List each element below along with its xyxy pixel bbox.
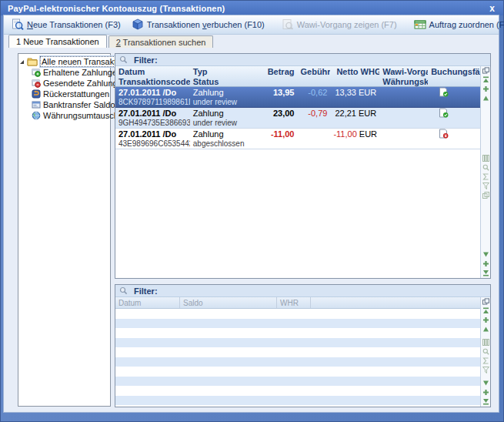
scroll-up-icon[interactable] — [482, 95, 489, 102]
scroll-last-icon[interactable] — [482, 270, 489, 276]
tree-item-label: Erhaltene Zahlungen — [43, 68, 122, 77]
tree-item-alle-neuen-transaktionen[interactable]: Alle neuen Transaktionen — [18, 56, 110, 67]
scroll-first-icon[interactable] — [482, 76, 489, 83]
scroll-up-page-icon[interactable] — [482, 85, 489, 92]
tab-strip: 1 Neue Transaktionen 2 Transaktionen suc… — [4, 35, 499, 48]
empty-saldo-row — [115, 328, 480, 338]
transaction-category-tree: Alle neuen Transaktionen Erhaltene Zahlu… — [18, 53, 111, 407]
tab-neue-transaktionen[interactable]: 1 Neue Transaktionen — [8, 35, 107, 48]
transaction-row[interactable]: 27.01.2011 /Do Zahlung -11,00 -11,00 EUR — [115, 129, 480, 149]
title-bar: PayPal-elektronischer Kontoauszug (Trans… — [1, 1, 503, 15]
sent-payments-icon — [32, 79, 41, 88]
sum-tool-icon[interactable] — [482, 173, 489, 180]
search-tool-icon[interactable] — [482, 348, 489, 355]
empty-saldo-row — [115, 357, 480, 367]
column-header-wawi-vorgang[interactable]: Wawi-Vorgang — [379, 67, 428, 76]
scroll-first-icon[interactable] — [482, 307, 489, 314]
toolbar-button-label: Wawi-Vorgang zeigen (F7) — [297, 20, 397, 29]
refunds-icon — [32, 89, 41, 99]
transaction-row[interactable]: 27.01.2011 /Do Zahlung 23,00 -0,79 22,21… — [115, 108, 480, 129]
search-document-icon — [12, 18, 24, 31]
grid-empty-area — [115, 149, 480, 278]
tree-item-gesendete-zahlungen[interactable]: Gesendete Zahlungen — [18, 78, 110, 89]
column-header-typ[interactable]: Typ — [190, 67, 263, 76]
column-chooser-icon[interactable] — [482, 298, 489, 305]
app-window: PayPal-elektronischer Kontoauszug (Trans… — [0, 0, 504, 422]
filter-tool-icon[interactable] — [482, 183, 489, 189]
toolbar-button-label: Neue Transaktionen (F3) — [27, 20, 121, 29]
tab-page-content: Alle neuen Transaktionen Erhaltene Zahlu… — [4, 48, 499, 412]
show-process-icon — [282, 18, 294, 31]
column-header-transaktionscode[interactable]: Transaktionscode — [115, 77, 190, 86]
scroll-down-page-icon[interactable] — [482, 389, 489, 396]
empty-saldo-row — [115, 367, 480, 377]
tree-item-banktransfer-saldo[interactable]: Banktransfer Saldo — [18, 99, 110, 110]
tree-item-label: Währungsumtausch — [43, 111, 118, 120]
transaction-row[interactable]: 27.01.2011 /Do Zahlung 13,95 -0,62 13,33… — [115, 87, 480, 108]
column-header-gebuehr[interactable]: Gebühr — [297, 67, 330, 76]
post-transactions-button[interactable]: Transaktionen verbuchen (F10) — [127, 16, 269, 33]
transactions-filter-bar[interactable]: Filter: — [115, 54, 490, 66]
currency-exchange-icon — [32, 111, 41, 120]
saldo-filter-bar[interactable]: Filter: — [115, 285, 490, 297]
filter-tool-icon[interactable] — [482, 367, 489, 373]
scroll-down-icon[interactable] — [482, 380, 489, 387]
scroll-up-page-icon[interactable] — [482, 316, 489, 323]
assign-order-button[interactable]: Auftrag zuordnen (F9) — [409, 16, 504, 33]
grid-navigator-strip — [480, 297, 490, 407]
empty-saldo-row — [115, 396, 480, 406]
empty-saldo-row — [115, 347, 480, 357]
empty-saldo-row — [115, 309, 480, 319]
column-header-whr[interactable]: WHR — [277, 297, 311, 308]
window-title: PayPal-elektronischer Kontoauszug (Trans… — [8, 4, 225, 13]
column-chooser-icon[interactable] — [482, 67, 489, 74]
bookable-status-icon — [428, 87, 480, 97]
saldo-grid-header[interactable]: Datum Saldo WHR — [115, 297, 480, 309]
empty-saldo-row — [115, 319, 480, 329]
tree-item-label: Banktransfer Saldo — [43, 100, 115, 109]
grid-navigator-strip — [480, 66, 490, 278]
folder-icon — [27, 57, 38, 66]
transactions-grid-header[interactable]: Datum Typ Betrag Gebühr Netto WHG Wawi-V… — [115, 66, 480, 87]
toolbar-button-label: Auftrag zuordnen (F9) — [429, 20, 504, 29]
post-transactions-icon — [132, 18, 144, 31]
scroll-down-page-icon[interactable] — [482, 260, 489, 267]
search-tool-icon[interactable] — [482, 164, 489, 171]
columns-tool-icon[interactable] — [482, 155, 489, 162]
tree-item-erhaltene-zahlungen[interactable]: Erhaltene Zahlungen — [18, 67, 110, 78]
bank-transfer-icon — [32, 100, 41, 109]
bookable-status-icon — [428, 129, 480, 139]
scroll-down-icon[interactable] — [482, 251, 489, 258]
transactions-grid: Filter: Datum Typ Betrag Gebühr Netto WH… — [115, 53, 491, 279]
scroll-up-icon[interactable] — [482, 326, 489, 333]
column-header-netto-whg[interactable]: Netto WHG — [330, 67, 379, 76]
assign-order-icon — [414, 18, 426, 31]
sum-tool-icon[interactable] — [482, 357, 489, 364]
filter-label: Filter: — [134, 286, 158, 296]
empty-saldo-row — [115, 377, 480, 387]
toolbar-button-label: Transaktionen verbuchen (F10) — [147, 20, 265, 29]
column-header-saldo[interactable]: Saldo — [180, 297, 277, 308]
columns-tool-icon[interactable] — [482, 339, 489, 346]
new-transactions-button[interactable]: Neue Transaktionen (F3) — [7, 16, 125, 33]
show-wawi-process-button[interactable]: Wawi-Vorgang zeigen (F7) — [277, 16, 402, 33]
tree-expander-icon[interactable] — [20, 60, 24, 64]
filter-label: Filter: — [134, 55, 158, 65]
column-header-datum[interactable]: Datum — [115, 67, 190, 76]
copy-tool-icon[interactable] — [482, 192, 489, 199]
tree-item-label: Rückerstattungen — [43, 89, 109, 99]
tab-transaktionen-suchen[interactable]: 2 Transaktionen suchen — [108, 35, 214, 48]
column-header-status[interactable]: Status — [190, 77, 263, 86]
column-header-betrag[interactable]: Betrag — [263, 67, 298, 76]
filter-magnifier-icon — [119, 286, 128, 295]
tree-item-rueckerstattungen[interactable]: Rückerstattungen — [18, 89, 110, 99]
empty-saldo-row — [115, 386, 480, 396]
tree-item-waehrungsumtausch[interactable]: Währungsumtausch — [18, 110, 110, 121]
column-header-buchungsfaehig[interactable]: Buchungsfähig — [428, 67, 480, 76]
column-header-datum[interactable]: Datum — [115, 297, 180, 308]
received-payments-icon — [32, 68, 41, 77]
column-header-waehrungskurs[interactable]: Währungskurs — [379, 77, 428, 86]
scroll-last-icon[interactable] — [482, 398, 489, 405]
window-body: Neue Transaktionen (F3) Transaktionen ve… — [4, 15, 499, 412]
close-button[interactable]: x — [488, 4, 496, 13]
